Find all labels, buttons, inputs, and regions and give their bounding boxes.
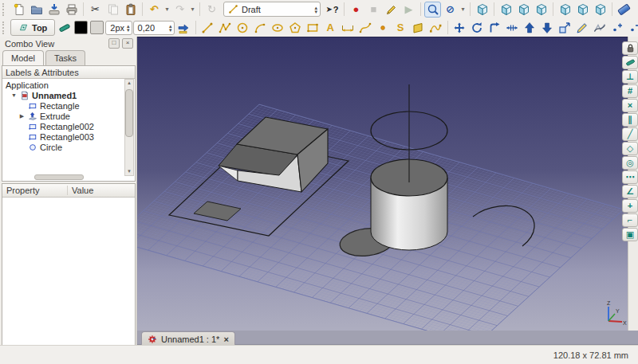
workbench-selector[interactable]: Draft ▴▾ [223, 2, 321, 17]
tree-header[interactable]: Labels & Attributes [2, 66, 135, 79]
open-file-button[interactable] [28, 2, 45, 18]
snap-working-plane-button[interactable]: ⌐ [622, 213, 638, 227]
view-bottom-button[interactable] [574, 2, 591, 18]
paste-button[interactable] [122, 2, 139, 18]
macro-edit-button[interactable] [383, 2, 400, 18]
scrollbar-thumb[interactable] [125, 89, 133, 137]
draft-delete-point-button[interactable] [627, 20, 638, 36]
view-right-button[interactable] [533, 2, 549, 18]
tree-item-rectangle[interactable]: Rectangle [6, 100, 135, 111]
draft-polygon-button[interactable] [287, 20, 304, 36]
tree-horizontal-scrollbar[interactable] [34, 174, 84, 180]
save-button[interactable] [45, 2, 62, 18]
snap-parallel-button[interactable]: ∥ [622, 113, 638, 127]
expander-closed-icon[interactable]: ▶ [18, 113, 26, 119]
fit-all-button[interactable] [424, 2, 441, 18]
snap-special-button[interactable]: + [622, 199, 638, 213]
tree-item-extrude[interactable]: ▶ Extrude [6, 111, 135, 121]
view-front-button[interactable] [498, 2, 514, 18]
snap-dimensions-button[interactable]: ⋯ [622, 170, 638, 184]
tree-item-rectangle002[interactable]: Rectangle002 [6, 121, 135, 131]
draft-line-button[interactable] [199, 20, 216, 36]
draft-edit-button[interactable] [574, 20, 591, 36]
snap-grid-button[interactable]: # [622, 84, 638, 98]
draft-shapestring-button[interactable]: S [392, 20, 409, 36]
tab-close-icon[interactable]: × [223, 335, 228, 344]
tree-item-circle[interactable]: Circle [6, 142, 135, 152]
draft-rotate-button[interactable] [469, 20, 486, 36]
snap-grid-toggle-button[interactable]: ▣ [622, 228, 638, 241]
tab-model[interactable]: Model [2, 50, 44, 65]
face-color-swatch[interactable] [90, 21, 104, 34]
close-panel-button[interactable]: × [122, 38, 133, 49]
draft-circle-button[interactable] [234, 20, 251, 36]
macro-play-button[interactable]: ▶ [400, 2, 417, 18]
text-scale-spinbox[interactable]: 0,20 ▴▾ [133, 21, 175, 35]
float-panel-button[interactable]: □ [108, 38, 120, 49]
draft-offset-button[interactable] [486, 20, 503, 36]
snap-extension-button[interactable]: ╱ [622, 127, 638, 141]
draft-upgrade-button[interactable] [522, 20, 538, 36]
measure-button[interactable] [616, 2, 632, 18]
redo-button[interactable]: ↷ [171, 2, 188, 18]
3d-viewport[interactable]: Z Y X [137, 37, 628, 331]
value-column-header[interactable]: Value [68, 186, 93, 195]
construction-mode-button[interactable] [56, 20, 73, 36]
tree-vertical-scrollbar[interactable]: ▴ ▾ [124, 79, 134, 176]
working-plane-button[interactable]: Top [10, 19, 55, 36]
draft-rectangle-button[interactable] [305, 20, 321, 36]
undo-dropdown[interactable]: ▾ [163, 2, 171, 18]
draft-wire-button[interactable] [217, 20, 234, 36]
document-tab[interactable]: Unnamed1 : 1* × [141, 331, 235, 346]
tree-item-rectangle003[interactable]: Rectangle003 [6, 131, 135, 142]
snap-center-button[interactable]: ◎ [622, 156, 638, 170]
snap-lock-button[interactable] [622, 41, 638, 55]
property-column-header[interactable]: Property [2, 186, 68, 195]
expander-open-icon[interactable]: ▼ [10, 92, 18, 98]
apply-style-button[interactable] [175, 20, 192, 36]
undo-button[interactable]: ↶ [146, 2, 163, 18]
draft-wire-to-bspline-button[interactable] [592, 20, 608, 36]
whats-this-button[interactable]: ➤? [324, 2, 341, 18]
tree-root-application[interactable]: Application [6, 80, 135, 90]
combo-arrows-icon[interactable]: ▴▾ [314, 6, 317, 14]
draft-facebinder-button[interactable] [410, 20, 427, 36]
spinner-arrows-icon[interactable]: ▴▾ [127, 24, 130, 32]
draft-add-point-button[interactable] [609, 20, 626, 36]
view-top-button[interactable] [515, 2, 532, 18]
draft-move-button[interactable] [451, 20, 468, 36]
refresh-button[interactable]: ↻ [203, 2, 220, 18]
line-width-spinbox[interactable]: 2px ▴▾ [105, 21, 132, 35]
snap-angle-button[interactable]: ∠ [622, 185, 638, 198]
copy-button[interactable] [104, 2, 121, 18]
snap-midpoint-button[interactable] [622, 56, 638, 69]
snap-ortho-button[interactable]: ◇ [622, 142, 638, 155]
draft-downgrade-button[interactable] [539, 20, 556, 36]
macro-stop-button[interactable]: ■ [365, 2, 382, 18]
draft-arc-button[interactable] [252, 20, 269, 36]
cut-button[interactable]: ✂ [87, 2, 104, 18]
tree-item-document[interactable]: ▼ Unnamed1 [6, 90, 135, 100]
draft-trimex-button[interactable] [504, 20, 521, 36]
new-file-button[interactable] [10, 2, 27, 18]
draft-scale-button[interactable] [557, 20, 573, 36]
scroll-down-icon[interactable]: ▾ [128, 168, 131, 175]
view-axonometric-button[interactable] [474, 2, 490, 18]
redo-dropdown[interactable]: ▾ [189, 2, 196, 18]
draw-style-dropdown[interactable]: ▾ [459, 2, 467, 18]
snap-perpendicular-button[interactable]: ⊥ [622, 70, 638, 84]
tab-tasks[interactable]: Tasks [45, 50, 85, 65]
view-left-button[interactable] [592, 2, 608, 18]
draft-text-button[interactable]: A [322, 20, 339, 36]
draft-dimension-button[interactable] [340, 20, 356, 36]
draft-bspline-button[interactable] [357, 20, 374, 36]
print-button[interactable] [63, 2, 80, 18]
spinner-arrows-icon[interactable]: ▴▾ [169, 24, 172, 32]
toolbar-handle[interactable] [2, 3, 7, 16]
snap-intersection-button[interactable]: × [622, 99, 638, 112]
draft-point-button[interactable] [375, 20, 392, 36]
draw-style-button[interactable]: ⊘ [442, 2, 459, 18]
view-rear-button[interactable] [557, 2, 573, 18]
line-color-swatch[interactable] [74, 21, 88, 34]
macro-record-button[interactable]: ● [348, 2, 364, 18]
